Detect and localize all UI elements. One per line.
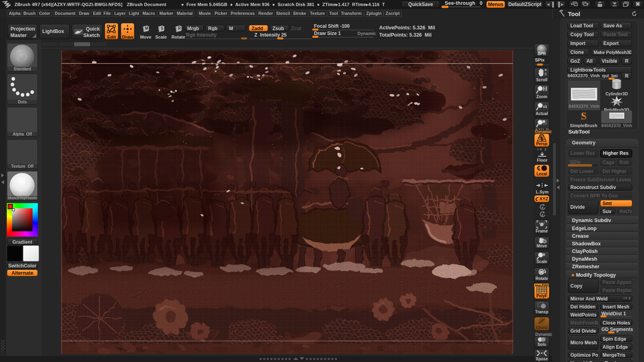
svg-text:S: S (581, 111, 586, 121)
svg-text:Z: Z (541, 213, 543, 217)
svg-text:S: S (161, 26, 163, 31)
svg-text:x1: x1 (543, 105, 547, 109)
svg-text:G: G (537, 166, 540, 170)
svg-text:M: M (145, 26, 148, 31)
svg-text:R: R (178, 26, 181, 31)
svg-text:Y: Y (541, 206, 544, 210)
